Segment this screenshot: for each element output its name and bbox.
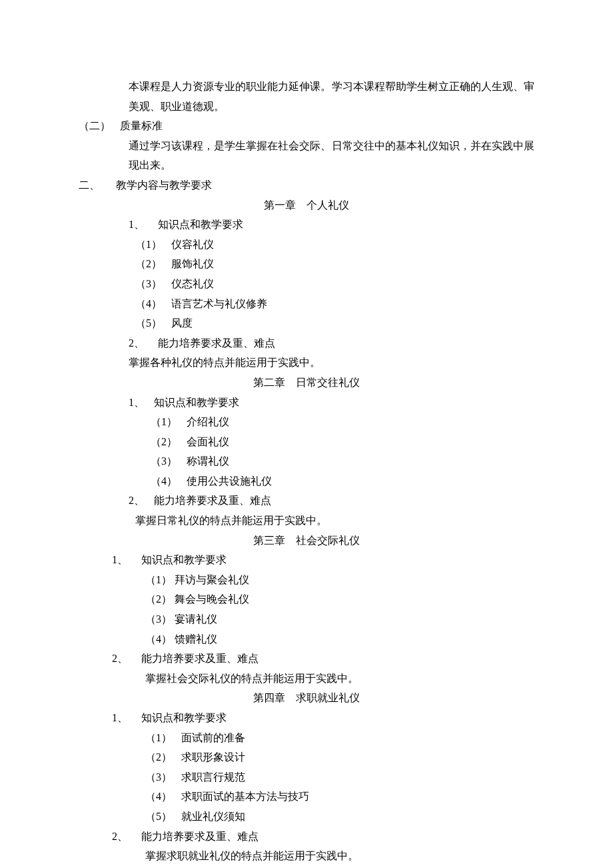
- ch3-item-4: （4）馈赠礼仪: [145, 629, 534, 649]
- ch3-i4-text: 馈赠礼仪: [175, 633, 217, 645]
- ch2-item-1: （1）介绍礼仪: [151, 412, 534, 432]
- ch2-i1-label: （1）: [151, 412, 177, 432]
- chapter-1-title: 第一章 个人礼仪: [79, 195, 534, 215]
- section-1-2-body: 通过学习该课程，是学生掌握在社会交际、日常交往中的基本礼仪知识，并在实践中展现出…: [129, 136, 534, 175]
- ch2-i3-label: （3）: [151, 451, 177, 471]
- ch4-i1-text: 面试前的准备: [181, 732, 245, 743]
- ch3-ability-header: 2、能力培养要求及重、难点: [112, 649, 534, 669]
- ch3-i4-label: （4）: [145, 629, 172, 649]
- ch1-ability-header: 2、能力培养要求及重、难点: [129, 333, 534, 353]
- ch4-k-title: 知识点和教学要求: [141, 712, 227, 723]
- ch1-i5-text: 风度: [171, 317, 193, 329]
- ch2-item-2: （2）会面礼仪: [151, 432, 534, 452]
- ch1-item-3: （3）仪态礼仪: [135, 274, 534, 294]
- ch4-k-label: 1、: [112, 708, 128, 728]
- ch3-i3-text: 宴请礼仪: [175, 613, 217, 625]
- ch3-knowledge-header: 1、知识点和教学要求: [112, 550, 534, 570]
- ch1-i5-label: （5）: [135, 313, 162, 333]
- ch1-a-label: 2、: [129, 333, 145, 353]
- ch4-knowledge-header: 1、知识点和教学要求: [112, 708, 534, 728]
- ch4-i3-label: （3）: [145, 767, 172, 787]
- ch4-ability-body: 掌握求职就业礼仪的特点并能运用于实践中。: [145, 846, 534, 866]
- ch4-a-title: 能力培养要求及重、难点: [141, 831, 259, 842]
- intro-paragraph: 本课程是人力资源专业的职业能力延伸课。学习本课程帮助学生树立正确的人生观、审美观…: [129, 77, 534, 116]
- ch4-item-4: （4）求职面试的基本方法与技巧: [145, 787, 534, 807]
- ch3-item-1: （1）拜访与聚会礼仪: [145, 570, 534, 590]
- ch2-k-title: 知识点和教学要求: [154, 397, 239, 408]
- ch3-k-label: 1、: [112, 550, 128, 570]
- section-1-2-header: （二） 质量标准: [79, 116, 534, 136]
- ch3-i2-label: （2）: [145, 589, 172, 609]
- ch3-ability-body: 掌握社会交际礼仪的特点并能运用于实践中。: [145, 669, 534, 689]
- ch1-i2-label: （2）: [135, 254, 162, 274]
- ch2-i4-label: （4）: [151, 471, 177, 491]
- ch4-i5-label: （5）: [145, 807, 172, 827]
- ch1-item-2: （2）服饰礼仪: [135, 254, 534, 274]
- chapter-4-title: 第四章 求职就业礼仪: [79, 688, 534, 708]
- ch3-item-2: （2）舞会与晚会礼仪: [145, 589, 534, 609]
- ch1-i3-label: （3）: [135, 274, 162, 294]
- ch1-i4-label: （4）: [135, 294, 162, 314]
- ch2-i4-text: 使用公共设施礼仪: [187, 475, 272, 487]
- ch2-i1-text: 介绍礼仪: [187, 416, 229, 427]
- ch2-item-3: （3）称谓礼仪: [151, 451, 534, 471]
- ch2-item-4: （4）使用公共设施礼仪: [151, 471, 534, 491]
- ch4-i2-text: 求职形象设计: [181, 751, 245, 763]
- ch2-ability-header: 2、能力培养要求及重、难点: [129, 491, 534, 511]
- ch3-a-title: 能力培养要求及重、难点: [141, 653, 259, 664]
- ch4-item-5: （5）就业礼仪须知: [145, 807, 534, 827]
- ch1-i1-label: （1）: [135, 235, 162, 255]
- section-2-title: 教学内容与教学要求: [116, 175, 212, 195]
- ch4-i4-label: （4）: [145, 787, 172, 807]
- ch2-i2-label: （2）: [151, 432, 177, 452]
- ch4-i4-text: 求职面试的基本方法与技巧: [181, 791, 309, 802]
- section-1-2-title: 质量标准: [120, 116, 163, 136]
- ch1-k-label: 1、: [129, 215, 145, 235]
- ch4-item-3: （3）求职言行规范: [145, 767, 534, 787]
- ch1-k-title: 知识点和教学要求: [158, 219, 243, 230]
- ch4-item-1: （1）面试前的准备: [145, 728, 534, 748]
- ch1-i1-text: 仪容礼仪: [171, 239, 214, 250]
- section-2-label: 二、: [79, 175, 100, 195]
- ch1-item-5: （5）风度: [135, 313, 534, 333]
- ch2-i3-text: 称谓礼仪: [187, 455, 229, 467]
- ch3-item-3: （3）宴请礼仪: [145, 609, 534, 629]
- ch1-i2-text: 服饰礼仪: [171, 258, 214, 269]
- ch1-item-1: （1）仪容礼仪: [135, 235, 534, 255]
- section-1-2-label: （二）: [79, 116, 111, 136]
- ch2-i2-text: 会面礼仪: [187, 436, 229, 447]
- ch1-item-4: （4）语言艺术与礼仪修养: [135, 294, 534, 314]
- ch4-i2-label: （2）: [145, 747, 172, 767]
- ch1-i4-text: 语言艺术与礼仪修养: [171, 298, 267, 309]
- chapter-3-title: 第三章 社会交际礼仪: [79, 531, 534, 551]
- ch4-i1-label: （1）: [145, 728, 172, 748]
- ch2-a-label: 2、: [129, 491, 145, 511]
- ch4-ability-header: 2、能力培养要求及重、难点: [112, 827, 534, 847]
- ch2-k-label: 1、: [129, 393, 145, 413]
- ch3-k-title: 知识点和教学要求: [141, 554, 227, 565]
- ch1-i3-text: 仪态礼仪: [171, 278, 214, 289]
- ch2-knowledge-header: 1、知识点和教学要求: [129, 393, 534, 413]
- section-2-header: 二、 教学内容与教学要求: [79, 175, 534, 195]
- ch3-i1-label: （1）: [145, 570, 172, 590]
- ch3-i3-label: （3）: [145, 609, 172, 629]
- ch2-a-title: 能力培养要求及重、难点: [154, 495, 271, 506]
- ch4-a-label: 2、: [112, 827, 128, 847]
- ch4-item-2: （2）求职形象设计: [145, 747, 534, 767]
- ch1-knowledge-header: 1、知识点和教学要求: [129, 215, 534, 235]
- ch4-i5-text: 就业礼仪须知: [181, 811, 245, 822]
- chapter-2-title: 第二章 日常交往礼仪: [79, 373, 534, 393]
- ch2-ability-body: 掌握日常礼仪的特点并能运用于实践中。: [135, 511, 534, 531]
- ch3-a-label: 2、: [112, 649, 128, 669]
- ch3-i1-text: 拜访与聚会礼仪: [175, 574, 249, 585]
- ch1-ability-body: 掌握各种礼仪的特点并能运用于实践中。: [129, 353, 534, 373]
- ch1-a-title: 能力培养要求及重、难点: [158, 337, 275, 349]
- ch3-i2-text: 舞会与晚会礼仪: [175, 593, 249, 605]
- ch4-i3-text: 求职言行规范: [181, 771, 245, 783]
